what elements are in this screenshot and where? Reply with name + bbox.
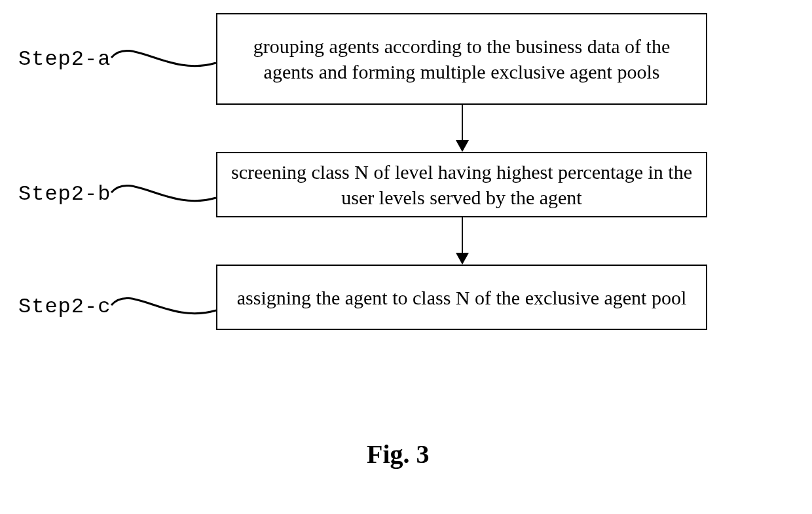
flow-box-2c-text: assigning the agent to class N of the ex… [237,285,687,310]
diagram-canvas: Step2-a grouping agents according to the… [0,0,812,514]
flow-box-2b: screening class N of level having highes… [216,152,707,217]
arrow-b-to-c-head [456,253,469,265]
arrow-b-to-c-line [462,217,463,255]
figure-label: Fig. 3 [367,439,430,469]
flow-box-2a: grouping agents according to the busines… [216,13,707,105]
flow-box-2a-text: grouping agents according to the busines… [228,33,695,84]
arrow-a-to-b-line [462,105,463,143]
step-label-2b: Step2-b [18,182,111,206]
flow-box-2b-text: screening class N of level having highes… [228,159,695,210]
flow-box-2c: assigning the agent to class N of the ex… [216,265,707,330]
arrow-a-to-b-head [456,140,469,152]
connector-2a [105,31,223,84]
connector-2b [105,166,223,219]
step-label-2c: Step2-c [18,295,111,319]
connector-2c [105,279,223,331]
step-label-2a: Step2-a [18,47,111,71]
